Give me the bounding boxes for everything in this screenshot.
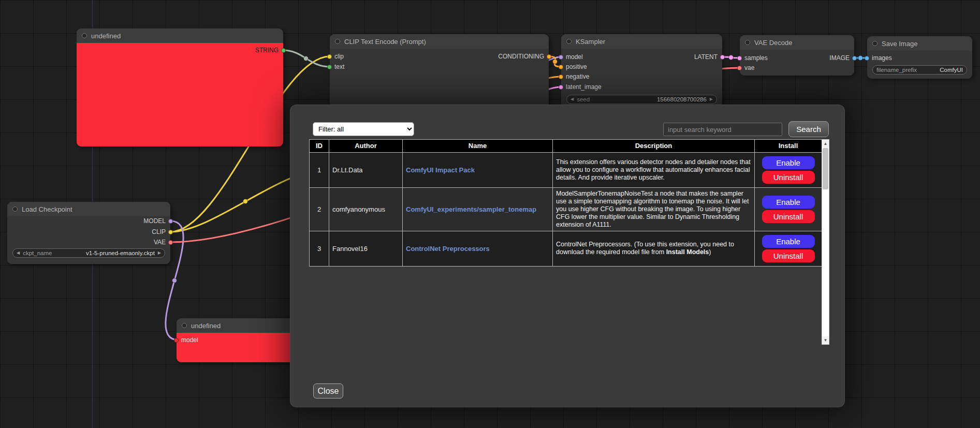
cell-id: 3 (310, 231, 329, 266)
extension-link[interactable]: ComfyUI_experiments/sampler_tonemap (406, 205, 536, 213)
search-input[interactable] (663, 123, 782, 136)
uninstall-button[interactable]: Uninstall (762, 210, 815, 223)
cell-author: Dr.Lt.Data (329, 152, 403, 187)
slot-label: latent_image (566, 83, 602, 91)
slot-label: clip (334, 53, 344, 60)
enable-button[interactable]: Enable (762, 235, 815, 248)
slot-dot-images-input[interactable] (865, 56, 869, 61)
table-header-row: ID Author Name Description Install (310, 140, 822, 153)
close-button[interactable]: Close (313, 383, 343, 399)
node-titlebar[interactable]: Load Checkpoint (7, 202, 170, 216)
scroll-up-icon[interactable]: ▲ (822, 140, 829, 147)
collapse-dot-icon[interactable] (335, 39, 340, 44)
collapse-dot-icon[interactable] (872, 41, 877, 46)
next-arrow-icon[interactable]: ▶ (158, 251, 161, 255)
cell-author: comfyanonymous (329, 187, 403, 231)
node-undefined-top[interactable]: undefined STRING (77, 28, 283, 146)
node-vae-decode[interactable]: VAE Decode samples vae IMAGE (740, 35, 854, 76)
node-title: undefined (91, 32, 121, 40)
slot-label: CONDITIONING (498, 53, 544, 60)
cell-description: This extension offers various detector n… (553, 152, 755, 187)
header-install: Install (755, 140, 822, 153)
node-undefined-bottom[interactable]: undefined model (177, 318, 296, 362)
slot-label: MODEL (143, 217, 166, 225)
node-load-checkpoint[interactable]: Load Checkpoint MODEL CLIP VAE ◀ ckpt_na… (7, 202, 170, 264)
collapse-dot-icon[interactable] (82, 33, 87, 38)
slot-dot-positive-input[interactable] (559, 65, 563, 69)
slot-dot-image-output[interactable] (852, 56, 857, 61)
table-row: 2 comfyanonymous ComfyUI_experiments/sam… (310, 187, 822, 231)
node-title: VAE Decode (754, 39, 792, 47)
cell-install: Enable Uninstall (755, 152, 822, 187)
cell-description: ControlNet Preprocessors. (To use this e… (553, 231, 755, 266)
slot-dot-negative-input[interactable] (559, 75, 563, 79)
slot-dot-latent-output[interactable] (720, 55, 725, 60)
collapse-dot-icon[interactable] (566, 39, 572, 44)
uninstall-button[interactable]: Uninstall (762, 249, 815, 262)
slot-dot-conditioning-output[interactable] (547, 54, 551, 59)
description-end: ) (709, 248, 711, 256)
table-row: 1 Dr.Lt.Data ComfyUI Impact Pack This ex… (310, 152, 822, 187)
node-clip-text-encode[interactable]: CLIP Text Encode (Prompt) clip text COND… (330, 34, 549, 112)
cell-install: Enable Uninstall (755, 231, 822, 266)
slot-dot-model-input[interactable] (174, 338, 179, 343)
scrollbar[interactable]: ▲ ▼ (822, 139, 829, 345)
widget-value: ComfyUI (940, 67, 963, 73)
enable-button[interactable]: Enable (762, 156, 815, 169)
slot-dot-model-input[interactable] (559, 55, 563, 60)
seed-widget[interactable]: ◀ seed 156680208700286 ▶ (566, 95, 717, 104)
node-titlebar[interactable]: undefined (77, 28, 283, 43)
uninstall-button[interactable]: Uninstall (762, 171, 815, 184)
search-button[interactable]: Search (788, 121, 829, 137)
slot-dot-latent-image-input[interactable] (559, 85, 563, 90)
collapse-dot-icon[interactable] (12, 206, 18, 212)
prev-arrow-icon[interactable]: ◀ (17, 251, 20, 255)
scroll-down-icon[interactable]: ▼ (822, 336, 829, 344)
node-title: Save Image (882, 40, 917, 48)
node-titlebar[interactable]: KSampler (561, 34, 722, 49)
slot-label: text (334, 63, 344, 70)
slot-dot-clip-input[interactable] (327, 54, 332, 59)
widget-label: seed (577, 96, 590, 102)
slot-label: positive (566, 63, 587, 70)
collapse-dot-icon[interactable] (745, 40, 750, 45)
slot-dot-clip-output[interactable] (168, 230, 173, 234)
node-title: CLIP Text Encode (Prompt) (344, 38, 426, 46)
cell-description: ModelSamplerTonemapNoiseTest a node that… (553, 187, 755, 231)
filter-select[interactable]: Filter: all (313, 122, 414, 136)
cell-id: 1 (310, 152, 329, 187)
cell-id: 2 (310, 187, 329, 231)
slot-label: samples (744, 54, 768, 62)
slot-dot-text-input[interactable] (327, 65, 332, 69)
header-author: Author (329, 140, 403, 153)
extension-link[interactable]: ComfyUI Impact Pack (406, 166, 475, 174)
node-titlebar[interactable]: Save Image (867, 36, 972, 51)
slot-dot-vae-output[interactable] (168, 240, 173, 245)
slot-label: CLIP (152, 228, 166, 235)
next-arrow-icon[interactable]: ▶ (710, 97, 713, 101)
node-titlebar[interactable]: VAE Decode (740, 35, 854, 50)
ckpt-name-widget[interactable]: ◀ ckpt_name v1-5-pruned-emaonly.ckpt ▶ (12, 248, 165, 258)
widget-value: v1-5-pruned-emaonly.ckpt (86, 250, 155, 256)
slot-dot-string-output[interactable] (281, 48, 286, 53)
slot-dot-samples-input[interactable] (737, 56, 742, 61)
node-save-image[interactable]: Save Image images filename_prefix ComfyU… (867, 36, 972, 79)
node-titlebar[interactable]: CLIP Text Encode (Prompt) (330, 34, 549, 49)
comfyui-app: undefined STRING CLIP Text Encode (Promp… (0, 0, 980, 428)
widget-value: 156680208700286 (657, 96, 707, 102)
enable-button[interactable]: Enable (762, 196, 815, 209)
cell-author: Fannovel16 (329, 231, 403, 266)
node-title: undefined (191, 322, 221, 330)
slot-dot-model-output[interactable] (168, 219, 173, 224)
slot-label: negative (566, 73, 589, 80)
node-titlebar[interactable]: undefined (177, 318, 296, 333)
widget-label: filename_prefix (876, 67, 917, 73)
collapse-dot-icon[interactable] (182, 323, 187, 328)
slot-dot-vae-input[interactable] (737, 66, 742, 70)
filename-prefix-widget[interactable]: filename_prefix ComfyUI (872, 65, 967, 75)
scrollbar-thumb[interactable] (823, 148, 828, 189)
node-title: KSampler (576, 38, 605, 46)
slot-label: VAE (154, 239, 166, 246)
extension-link[interactable]: ControlNet Preprocessors (406, 245, 490, 253)
prev-arrow-icon[interactable]: ◀ (571, 97, 574, 101)
